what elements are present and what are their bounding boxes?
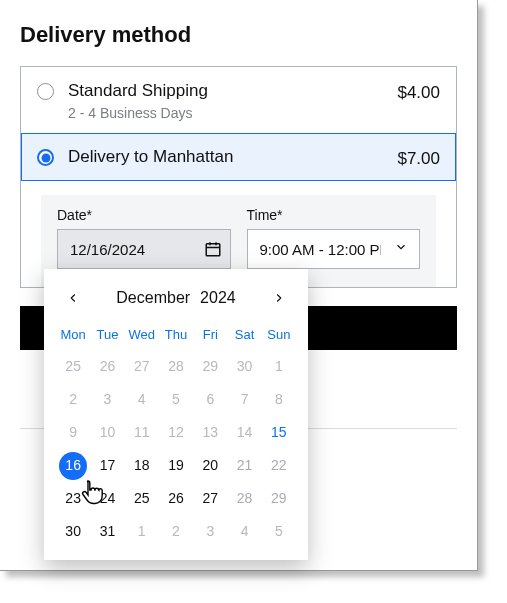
calendar-day: 13 <box>193 416 227 449</box>
date-input-wrap <box>57 229 231 269</box>
calendar-day: 9 <box>56 416 90 449</box>
calendar-day[interactable]: 29 <box>262 482 296 515</box>
dow: Fri <box>193 323 227 350</box>
calendar-day: 3 <box>90 383 124 416</box>
week-row: 16171819202122 <box>44 449 308 482</box>
month-year-title: December 2024 <box>116 289 235 307</box>
calendar-day[interactable]: 23 <box>56 482 90 515</box>
week-row: 23242526272829 <box>44 482 308 515</box>
calendar-day[interactable]: 25 <box>125 482 159 515</box>
calendar-day[interactable]: 19 <box>159 449 193 482</box>
calendar-day: 3 <box>193 515 227 548</box>
calendar-day: 4 <box>125 383 159 416</box>
calendar-day: 6 <box>193 383 227 416</box>
calendar-day[interactable]: 21 <box>227 449 261 482</box>
svg-rect-0 <box>206 244 220 256</box>
dow: Sat <box>227 323 261 350</box>
weeks: 2526272829301234567891011121314151617181… <box>44 350 308 548</box>
calendar-day: 4 <box>227 515 261 548</box>
dow: Tue <box>90 323 124 350</box>
calendar-day: 12 <box>159 416 193 449</box>
calendar-day[interactable]: 22 <box>262 449 296 482</box>
method-main: Standard Shipping 2 - 4 Business Days <box>68 81 397 121</box>
calendar-day: 30 <box>227 350 261 383</box>
month-label: December <box>116 289 190 307</box>
calendar-day: 10 <box>90 416 124 449</box>
calendar-day: 27 <box>125 350 159 383</box>
calendar-day[interactable]: 28 <box>227 482 261 515</box>
calendar-day: 7 <box>227 383 261 416</box>
date-picker-popover: December 2024 Mon Tue Wed Thu Fri Sat Su… <box>44 269 308 560</box>
delivery-method-card: Delivery method Standard Shipping 2 - 4 … <box>0 0 478 571</box>
calendar-day: 25 <box>56 350 90 383</box>
year-label: 2024 <box>200 289 236 307</box>
calendar-day[interactable]: 17 <box>90 449 124 482</box>
time-select-wrap: 9:00 AM - 12:00 PM <box>247 229 421 269</box>
calendar-day: 1 <box>262 350 296 383</box>
calendar-day: 14 <box>227 416 261 449</box>
method-standard[interactable]: Standard Shipping 2 - 4 Business Days $4… <box>21 67 456 133</box>
calendar-day[interactable]: 18 <box>125 449 159 482</box>
method-manhattan[interactable]: Delivery to Manhattan $7.00 <box>21 133 456 181</box>
calendar-day: 5 <box>159 383 193 416</box>
method-title: Delivery to Manhattan <box>68 147 397 167</box>
calendar-day[interactable]: 30 <box>56 515 90 548</box>
calendar-day[interactable]: 20 <box>193 449 227 482</box>
method-subtitle: 2 - 4 Business Days <box>68 105 397 121</box>
calendar-day[interactable]: 15 <box>262 416 296 449</box>
week-row: 9101112131415 <box>44 416 308 449</box>
method-main: Delivery to Manhattan <box>68 147 397 167</box>
calendar-day[interactable]: 16 <box>56 449 90 482</box>
week-row: 2526272829301 <box>44 350 308 383</box>
delivery-methods: Standard Shipping 2 - 4 Business Days $4… <box>20 66 457 288</box>
calendar-day: 8 <box>262 383 296 416</box>
calendar-day[interactable]: 24 <box>90 482 124 515</box>
calendar-day: 2 <box>159 515 193 548</box>
calendar-icon[interactable] <box>203 239 223 259</box>
dow: Wed <box>125 323 159 350</box>
calendar-day: 11 <box>125 416 159 449</box>
dow: Thu <box>159 323 193 350</box>
date-label: Date* <box>57 207 231 223</box>
section-title: Delivery method <box>20 22 457 48</box>
method-price: $4.00 <box>397 83 440 103</box>
radio-icon[interactable] <box>37 149 54 166</box>
calendar-day: 2 <box>56 383 90 416</box>
dow-row: Mon Tue Wed Thu Fri Sat Sun <box>44 323 308 350</box>
week-row: 2345678 <box>44 383 308 416</box>
week-row: 303112345 <box>44 515 308 548</box>
dow: Sun <box>262 323 296 350</box>
calendar-day: 28 <box>159 350 193 383</box>
calendar-day: 29 <box>193 350 227 383</box>
dow: Mon <box>56 323 90 350</box>
calendar-day[interactable]: 27 <box>193 482 227 515</box>
calendar-day[interactable]: 31 <box>90 515 124 548</box>
calendar-day: 26 <box>90 350 124 383</box>
method-title: Standard Shipping <box>68 81 397 101</box>
time-select[interactable]: 9:00 AM - 12:00 PM <box>247 229 421 269</box>
time-label: Time* <box>247 207 421 223</box>
prev-month-button[interactable] <box>62 287 84 309</box>
next-month-button[interactable] <box>268 287 290 309</box>
date-picker-header: December 2024 <box>44 269 308 323</box>
calendar-day: 5 <box>262 515 296 548</box>
method-price: $7.00 <box>397 149 440 169</box>
calendar-day[interactable]: 26 <box>159 482 193 515</box>
calendar-day: 1 <box>125 515 159 548</box>
radio-icon[interactable] <box>37 83 54 100</box>
